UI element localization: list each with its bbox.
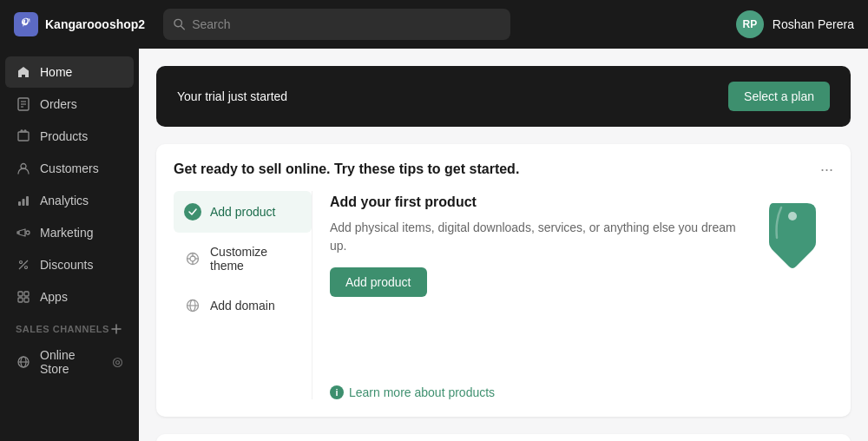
svg-rect-15 bbox=[18, 292, 23, 296]
home-icon bbox=[16, 64, 31, 80]
sidebar-item-discounts[interactable]: Discounts bbox=[5, 249, 134, 280]
step-add-product[interactable]: Add product bbox=[174, 191, 312, 233]
trial-banner: Your trial just started Select a plan bbox=[156, 66, 851, 127]
svg-rect-10 bbox=[26, 196, 29, 206]
svg-point-35 bbox=[788, 212, 797, 220]
sidebar: Home Orders Products Customers Analytics bbox=[0, 49, 139, 441]
sidebar-item-online-store[interactable]: Online Store bbox=[5, 340, 134, 384]
learn-more-link[interactable]: i Learn more about products bbox=[330, 333, 738, 399]
sidebar-item-analytics[interactable]: Analytics bbox=[5, 185, 134, 216]
step-icon-domain bbox=[184, 297, 201, 314]
map-card: ··· bbox=[156, 434, 851, 441]
channels-section-label: SALES CHANNELS bbox=[0, 313, 139, 339]
svg-rect-18 bbox=[24, 298, 29, 302]
online-store-settings-icon[interactable] bbox=[112, 357, 123, 368]
svg-rect-17 bbox=[18, 298, 23, 302]
add-product-button[interactable]: Add product bbox=[330, 267, 427, 297]
topnav: Kangaroooshop2 RP Roshan Perera bbox=[0, 0, 868, 49]
apps-icon bbox=[16, 289, 31, 305]
step-customize-theme[interactable]: Customize theme bbox=[174, 233, 312, 285]
sidebar-item-customers[interactable]: Customers bbox=[5, 153, 134, 184]
layout: Home Orders Products Customers Analytics bbox=[0, 49, 868, 441]
sidebar-item-orders[interactable]: Orders bbox=[5, 89, 134, 120]
products-icon bbox=[16, 128, 31, 144]
step-detail: Add your first product Add physical item… bbox=[312, 191, 755, 399]
tips-card: Get ready to sell online. Try these tips… bbox=[156, 144, 851, 417]
svg-point-27 bbox=[190, 256, 195, 261]
svg-line-14 bbox=[19, 260, 28, 269]
store-name: Kangaroooshop2 bbox=[45, 17, 145, 31]
select-plan-button[interactable]: Select a plan bbox=[728, 82, 830, 111]
svg-point-24 bbox=[114, 358, 122, 366]
steps-list: Add product Customize theme Add domain bbox=[174, 191, 312, 399]
main-content: Your trial just started Select a plan Ge… bbox=[139, 49, 868, 441]
svg-rect-8 bbox=[18, 201, 21, 206]
analytics-icon bbox=[16, 193, 31, 208]
search-icon bbox=[174, 18, 185, 30]
svg-point-12 bbox=[20, 261, 23, 264]
sidebar-item-products[interactable]: Products bbox=[5, 121, 134, 152]
brand[interactable]: Kangaroooshop2 bbox=[14, 12, 153, 36]
tips-card-title: Get ready to sell online. Try these tips… bbox=[174, 161, 519, 177]
sidebar-item-marketing[interactable]: Marketing bbox=[5, 217, 134, 248]
topnav-right: RP Roshan Perera bbox=[736, 10, 854, 38]
discounts-icon bbox=[16, 257, 31, 273]
add-channel-icon[interactable] bbox=[109, 322, 123, 336]
avatar[interactable]: RP bbox=[736, 10, 764, 38]
sidebar-item-apps[interactable]: Apps bbox=[5, 281, 134, 313]
step-detail-desc: Add physical items, digital downloads, s… bbox=[330, 219, 738, 255]
orders-icon bbox=[16, 96, 31, 112]
tag-illustration bbox=[755, 194, 833, 273]
step-add-domain[interactable]: Add domain bbox=[174, 285, 312, 326]
tips-card-header: Get ready to sell online. Try these tips… bbox=[174, 161, 833, 177]
info-icon: i bbox=[330, 385, 344, 399]
step-dot-add-product bbox=[184, 203, 201, 220]
svg-rect-16 bbox=[24, 292, 29, 296]
shopify-logo-icon bbox=[14, 12, 38, 36]
svg-rect-9 bbox=[23, 199, 25, 206]
online-store-icon bbox=[16, 354, 31, 370]
user-name: Roshan Perera bbox=[773, 17, 854, 31]
search-input[interactable] bbox=[192, 17, 500, 31]
search-bar[interactable] bbox=[163, 9, 510, 40]
customers-icon bbox=[16, 161, 31, 176]
svg-point-25 bbox=[116, 360, 120, 364]
svg-point-13 bbox=[25, 267, 28, 269]
svg-line-2 bbox=[181, 26, 184, 30]
steps-layout: Add product Customize theme Add domain bbox=[174, 191, 833, 399]
step-detail-title: Add your first product bbox=[330, 194, 738, 210]
trial-text: Your trial just started bbox=[177, 89, 287, 103]
step-icon-customize bbox=[184, 250, 201, 267]
svg-point-11 bbox=[26, 231, 30, 234]
sidebar-item-home[interactable]: Home bbox=[5, 56, 134, 88]
tips-more-icon[interactable]: ··· bbox=[820, 161, 833, 177]
marketing-icon bbox=[16, 225, 31, 240]
